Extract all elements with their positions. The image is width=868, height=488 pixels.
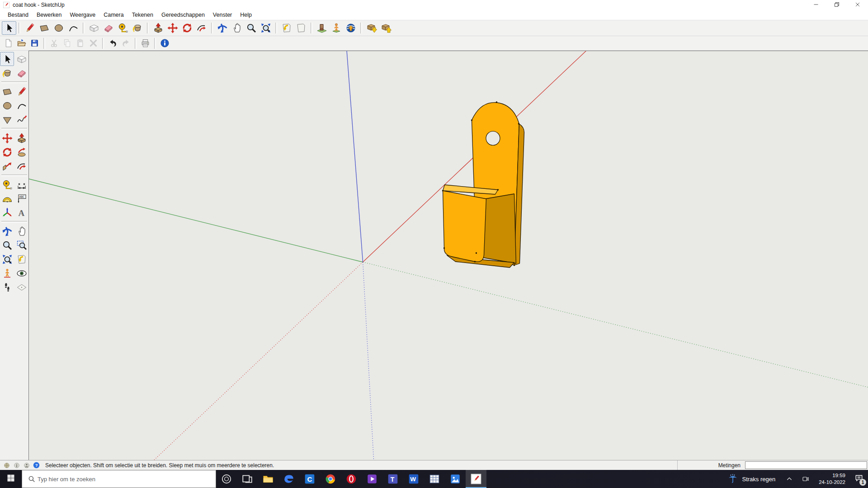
tool-zoom-button[interactable] bbox=[0, 238, 14, 252]
menu-venster[interactable]: Venster bbox=[209, 10, 236, 19]
tool-arc-button[interactable] bbox=[14, 99, 28, 113]
tool-tape-measure-button[interactable] bbox=[0, 178, 14, 192]
taskbar-teams-button[interactable]: T bbox=[382, 470, 403, 488]
taskbar-media-player-button[interactable] bbox=[362, 470, 382, 488]
tool-orbit-button[interactable] bbox=[215, 21, 230, 35]
close-button[interactable] bbox=[847, 0, 868, 10]
taskbar-table-app-button[interactable] bbox=[424, 470, 445, 488]
menu-help[interactable]: Help bbox=[236, 10, 256, 19]
help-icon[interactable]: ? bbox=[33, 461, 40, 469]
info-circle-status-button[interactable] bbox=[13, 461, 20, 469]
tool-position-camera-button[interactable] bbox=[0, 266, 14, 280]
tool-redo-button[interactable] bbox=[119, 37, 132, 49]
menu-bewerken[interactable]: Bewerken bbox=[33, 10, 66, 19]
tool-3d-text-button[interactable]: A bbox=[14, 206, 28, 220]
taskbar-photos-button[interactable] bbox=[445, 470, 466, 488]
tool-line-button[interactable] bbox=[23, 21, 37, 35]
tool-scale-button[interactable] bbox=[0, 159, 14, 173]
tool-circle-button[interactable] bbox=[52, 21, 66, 35]
tool-section-plane-button[interactable] bbox=[14, 280, 28, 294]
tool-rectangle-button[interactable] bbox=[37, 21, 52, 35]
tool-offset-button[interactable] bbox=[194, 21, 209, 35]
taskbar-chrome-button[interactable] bbox=[320, 470, 341, 488]
tool-person-figure-button[interactable] bbox=[329, 21, 344, 35]
tool-freehand-button[interactable] bbox=[14, 113, 28, 127]
tool-zoom-extents-button[interactable] bbox=[259, 21, 273, 35]
tool-pan-button[interactable] bbox=[14, 224, 28, 238]
tool-rotate-button[interactable] bbox=[0, 145, 14, 159]
taskbar-sketchup-button[interactable] bbox=[466, 470, 486, 488]
tool-paste-button[interactable] bbox=[74, 37, 87, 49]
tool-circle-button[interactable] bbox=[0, 99, 14, 113]
menu-bestand[interactable]: Bestand bbox=[4, 10, 33, 19]
tool-zoom-extents-button[interactable] bbox=[0, 252, 14, 266]
tool-delete-button[interactable] bbox=[87, 37, 100, 49]
tool-model-info-button[interactable] bbox=[158, 37, 171, 49]
tool-axes-button[interactable] bbox=[0, 206, 14, 220]
tool-zoom-window-button[interactable] bbox=[14, 238, 28, 252]
taskbar-cortana-button[interactable] bbox=[216, 470, 237, 488]
taskbar-opera-button[interactable] bbox=[341, 470, 362, 488]
tool-zoom-button[interactable] bbox=[244, 21, 259, 35]
tool-walk-button[interactable] bbox=[0, 280, 14, 294]
tool-make-component-button[interactable] bbox=[14, 52, 28, 66]
menu-tekenen[interactable]: Tekenen bbox=[128, 10, 157, 19]
maximize-button[interactable] bbox=[826, 0, 847, 10]
action-center-button[interactable]: 1 bbox=[850, 470, 868, 488]
3d-viewport[interactable] bbox=[28, 51, 868, 460]
taskbar-file-explorer-button[interactable] bbox=[258, 470, 278, 488]
taskbar-clock[interactable]: 19:59 24-10-2022 bbox=[814, 472, 850, 486]
tool-move-button[interactable] bbox=[165, 21, 180, 35]
taskbar-task-view-button[interactable] bbox=[237, 470, 258, 488]
tool-make-component-button[interactable] bbox=[87, 21, 101, 35]
tool-select-button[interactable] bbox=[2, 21, 16, 35]
tool-protractor-button[interactable] bbox=[0, 192, 14, 206]
tool-rotate-button[interactable] bbox=[180, 21, 194, 35]
tool-paint-bucket-button[interactable] bbox=[0, 66, 14, 80]
taskbar-search[interactable]: Typ hier om te zoeken bbox=[22, 470, 216, 488]
tool-eraser-button[interactable] bbox=[14, 66, 28, 80]
tray-chevron-up-button[interactable] bbox=[783, 470, 796, 488]
tool-text-button[interactable]: ABC bbox=[14, 192, 28, 206]
tool-share-model-button[interactable] bbox=[379, 21, 393, 35]
taskbar-word-button[interactable]: W bbox=[403, 470, 424, 488]
tool-orbit-button[interactable] bbox=[0, 224, 14, 238]
tool-undo-button[interactable] bbox=[106, 37, 119, 49]
tool-cut-button[interactable] bbox=[47, 37, 61, 49]
menu-weergave[interactable]: Weergave bbox=[66, 10, 99, 19]
tool-line-button[interactable] bbox=[14, 84, 28, 99]
taskbar-edge-button[interactable] bbox=[278, 470, 299, 488]
tool-arc-button[interactable] bbox=[66, 21, 80, 35]
tool-pan-button[interactable] bbox=[230, 21, 244, 35]
weather-widget[interactable]: Straks regen bbox=[722, 473, 781, 485]
tool-previous-view-button[interactable] bbox=[14, 252, 28, 266]
tool-push-pull-button[interactable] bbox=[151, 21, 165, 35]
tool-previous-view-button[interactable] bbox=[279, 21, 294, 35]
tool-offset-button[interactable] bbox=[14, 159, 28, 173]
menu-gereedschappen[interactable]: Gereedschappen bbox=[157, 10, 209, 19]
tool-get-models-button[interactable] bbox=[364, 21, 379, 35]
tool-open-button[interactable] bbox=[15, 37, 28, 49]
menu-camera[interactable]: Camera bbox=[99, 10, 127, 19]
start-button[interactable] bbox=[0, 470, 22, 488]
tool-polygon-button[interactable] bbox=[0, 113, 14, 127]
tool-save-button[interactable] bbox=[28, 37, 41, 49]
tool-eraser-button[interactable] bbox=[101, 21, 116, 35]
tool-print-button[interactable] bbox=[139, 37, 152, 49]
tray-meet-now-button[interactable] bbox=[799, 470, 812, 488]
tool-follow-me-button[interactable] bbox=[14, 145, 28, 159]
tool-push-pull-button[interactable] bbox=[14, 131, 28, 145]
tool-look-around-button[interactable] bbox=[14, 266, 28, 280]
tool-dimension-button[interactable] bbox=[14, 178, 28, 192]
taskbar-code-app-button[interactable]: C bbox=[299, 470, 320, 488]
globe-status-button[interactable] bbox=[3, 461, 10, 469]
tool-copy-button[interactable] bbox=[61, 37, 74, 49]
tool-rectangle-button[interactable] bbox=[0, 84, 14, 99]
tool-new-button[interactable] bbox=[2, 37, 15, 49]
user-circle-status-button[interactable] bbox=[23, 461, 30, 469]
tool-next-view-button[interactable] bbox=[294, 21, 308, 35]
tool-tape-measure-button[interactable] bbox=[116, 21, 130, 35]
tool-paint-bucket-button[interactable] bbox=[130, 21, 145, 35]
tool-google-earth-button[interactable] bbox=[344, 21, 358, 35]
tool-add-location-button[interactable] bbox=[315, 21, 329, 35]
